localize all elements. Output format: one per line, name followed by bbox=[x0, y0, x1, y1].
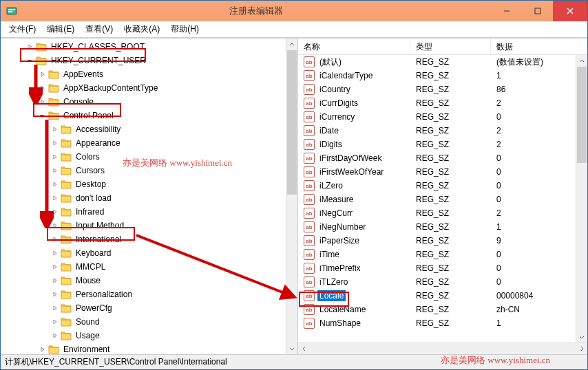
tree-item[interactable]: Infrared bbox=[1, 205, 286, 219]
expand-icon[interactable] bbox=[38, 345, 47, 354]
list-row[interactable]: ab(默认)REG_SZ(数值未设置) bbox=[298, 55, 576, 69]
expand-icon[interactable] bbox=[50, 221, 59, 230]
list-row[interactable]: abiFirstWeekOfYearREG_SZ0 bbox=[298, 165, 576, 179]
expand-icon[interactable] bbox=[50, 194, 59, 203]
collapse-icon[interactable] bbox=[38, 111, 47, 120]
expand-icon[interactable] bbox=[38, 98, 47, 107]
tree-item[interactable]: MMCPL bbox=[1, 260, 286, 274]
list-scrollbar[interactable] bbox=[576, 55, 587, 342]
list-row[interactable]: abiLZeroREG_SZ0 bbox=[298, 179, 576, 193]
scroll-left-icon[interactable] bbox=[298, 343, 310, 354]
column-data[interactable]: 数据 bbox=[491, 39, 587, 54]
expand-icon[interactable] bbox=[50, 331, 59, 340]
expand-icon[interactable] bbox=[38, 84, 47, 93]
menu-favorites[interactable]: 收藏夹(A) bbox=[118, 22, 165, 36]
list-row[interactable]: abiNegCurrREG_SZ2 bbox=[298, 206, 576, 220]
tree-item[interactable]: Cursors bbox=[1, 164, 286, 177]
expand-icon[interactable] bbox=[38, 70, 47, 79]
tree-item[interactable]: AppEvents bbox=[1, 67, 286, 81]
expand-icon[interactable] bbox=[50, 318, 59, 327]
column-type[interactable]: 类型 bbox=[410, 39, 491, 54]
tree-item[interactable]: Desktop bbox=[1, 177, 286, 191]
expand-icon[interactable] bbox=[50, 139, 59, 148]
tree-item[interactable]: Accessibility bbox=[1, 122, 286, 136]
column-name[interactable]: 名称 bbox=[298, 39, 410, 54]
scroll-up-icon[interactable] bbox=[286, 39, 297, 50]
expand-icon[interactable] bbox=[50, 290, 59, 299]
tree-item[interactable]: Keyboard bbox=[1, 246, 286, 260]
list-row[interactable]: abiCurrencyREG_SZ0 bbox=[298, 110, 576, 124]
cell-name: abiDigits bbox=[298, 139, 410, 150]
scroll-right-icon[interactable] bbox=[576, 343, 587, 354]
list-row[interactable]: abiTLZeroREG_SZ0 bbox=[298, 275, 576, 289]
scroll-down-icon[interactable] bbox=[286, 342, 297, 354]
expand-icon[interactable] bbox=[50, 276, 59, 285]
cell-name: abiTime bbox=[298, 249, 410, 260]
tree-item[interactable]: AppXBackupContentType bbox=[1, 81, 286, 95]
list-row[interactable]: abiDigitsREG_SZ2 bbox=[298, 138, 576, 151]
minimize-button[interactable] bbox=[491, 1, 522, 21]
tree-item[interactable]: don't load bbox=[1, 191, 286, 205]
registry-tree[interactable]: HKEY_CLASSES_ROOTHKEY_CURRENT_USERAppEve… bbox=[1, 39, 286, 354]
tree-item[interactable]: HKEY_CURRENT_USER bbox=[1, 54, 286, 67]
list-row[interactable]: abiDateREG_SZ2 bbox=[298, 124, 576, 138]
expand-icon[interactable] bbox=[50, 125, 59, 134]
menu-view[interactable]: 查看(V) bbox=[80, 22, 118, 36]
titlebar[interactable]: 注册表编辑器 bbox=[1, 1, 587, 21]
string-value-icon: ab bbox=[304, 194, 315, 205]
list-row[interactable]: abiCalendarTypeREG_SZ1 bbox=[298, 69, 576, 83]
list-row[interactable]: abiMeasureREG_SZ0 bbox=[298, 193, 576, 206]
list-row[interactable]: abNumShapeREG_SZ1 bbox=[298, 316, 576, 330]
values-list[interactable]: ab(默认)REG_SZ(数值未设置)abiCalendarTypeREG_SZ… bbox=[298, 55, 576, 342]
list-row[interactable]: abLocaleREG_SZ00000804 bbox=[298, 289, 576, 303]
cell-name: abiCurrency bbox=[298, 111, 410, 122]
expand-icon[interactable] bbox=[50, 153, 59, 162]
menu-help[interactable]: 帮助(H) bbox=[165, 22, 204, 36]
tree-item[interactable]: Input Method bbox=[1, 219, 286, 232]
tree-item[interactable]: Colors bbox=[1, 150, 286, 164]
tree-item[interactable]: Console bbox=[1, 95, 286, 109]
tree-pane: HKEY_CLASSES_ROOTHKEY_CURRENT_USERAppEve… bbox=[1, 39, 298, 354]
list-row[interactable]: abiCurrDigitsREG_SZ2 bbox=[298, 96, 576, 110]
tree-item[interactable]: Usage bbox=[1, 329, 286, 342]
list-row[interactable]: abiTimeREG_SZ0 bbox=[298, 248, 576, 261]
tree-item[interactable]: HKEY_CLASSES_ROOT bbox=[1, 40, 286, 54]
tree-item[interactable]: International bbox=[1, 232, 286, 246]
scroll-down-icon[interactable] bbox=[576, 331, 587, 342]
list-row[interactable]: abiFirstDayOfWeekREG_SZ0 bbox=[298, 151, 576, 165]
list-scrollbar-h[interactable] bbox=[298, 342, 587, 354]
tree-item[interactable]: Mouse bbox=[1, 274, 286, 287]
tree-item[interactable]: PowerCfg bbox=[1, 301, 286, 315]
menu-file[interactable]: 文件(F) bbox=[3, 22, 41, 36]
list-row[interactable]: abiNegNumberREG_SZ1 bbox=[298, 220, 576, 234]
scroll-up-icon[interactable] bbox=[576, 55, 587, 67]
close-button[interactable] bbox=[553, 1, 587, 21]
tree-item[interactable]: Sound bbox=[1, 315, 286, 329]
expand-icon[interactable] bbox=[25, 43, 34, 52]
expand-icon[interactable] bbox=[50, 304, 59, 313]
menu-edit[interactable]: 编辑(E) bbox=[41, 22, 80, 36]
scrollbar-thumb[interactable] bbox=[287, 50, 297, 195]
tree-item[interactable]: Personalization bbox=[1, 287, 286, 301]
string-value-icon: ab bbox=[304, 70, 315, 81]
expand-icon[interactable] bbox=[50, 249, 59, 258]
tree-item[interactable]: Control Panel bbox=[1, 109, 286, 122]
tree-scrollbar[interactable] bbox=[286, 39, 297, 354]
list-row[interactable]: abiTimePrefixREG_SZ0 bbox=[298, 261, 576, 275]
cell-data: zh-CN bbox=[491, 305, 576, 314]
folder-icon bbox=[61, 138, 72, 148]
list-row[interactable]: abLocaleNameREG_SZzh-CN bbox=[298, 303, 576, 316]
expand-icon[interactable] bbox=[50, 180, 59, 189]
collapse-icon[interactable] bbox=[25, 56, 34, 65]
tree-item[interactable]: Environment bbox=[1, 342, 286, 354]
scrollbar-thumb[interactable] bbox=[577, 67, 587, 163]
expand-icon[interactable] bbox=[50, 235, 59, 244]
expand-icon[interactable] bbox=[50, 166, 59, 175]
maximize-button[interactable] bbox=[522, 1, 553, 21]
string-value-icon: ab bbox=[304, 318, 315, 329]
list-row[interactable]: abiCountryREG_SZ86 bbox=[298, 83, 576, 96]
list-row[interactable]: abiPaperSizeREG_SZ9 bbox=[298, 234, 576, 248]
expand-icon[interactable] bbox=[50, 263, 59, 272]
tree-item[interactable]: Appearance bbox=[1, 136, 286, 150]
expand-icon[interactable] bbox=[50, 208, 59, 217]
